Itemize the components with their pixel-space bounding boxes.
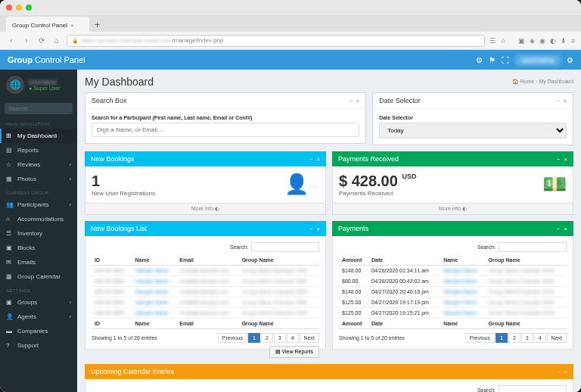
payments-amount: $ 428.00 USD: [339, 173, 567, 190]
page-prev[interactable]: Previous: [465, 333, 495, 343]
close-icon[interactable]: ×: [316, 156, 320, 163]
menu-icon[interactable]: ≡: [571, 37, 575, 45]
sidebar-item-companies[interactable]: ▬Companies: [0, 324, 77, 338]
chevron-icon: ‹: [70, 162, 71, 167]
collapse-icon[interactable]: −: [557, 98, 561, 104]
page-3[interactable]: 3: [274, 333, 286, 343]
nav-header: CURRENT GROUP: [0, 186, 77, 198]
star-icon[interactable]: ☆: [500, 37, 506, 45]
close-icon[interactable]: ×: [316, 226, 320, 232]
page-4[interactable]: 4: [534, 333, 546, 343]
table-row: 000-00-0002Sample Nameemail@example.comG…: [92, 276, 319, 287]
reload-icon[interactable]: ⟳: [36, 36, 47, 45]
gear-icon[interactable]: ⚙: [567, 56, 573, 64]
page-4[interactable]: 4: [287, 333, 299, 343]
nav-header: SETTINGS: [0, 284, 77, 295]
sidebar-item-calendar[interactable]: ▦Group Calendar: [0, 269, 77, 284]
url-bar: ‹ › ⟳ ⌂ 🔒 https://groups.example-travel.…: [0, 32, 581, 50]
table-row: $125.0004/27/2020 19:17:19 pmSample Name…: [339, 297, 567, 308]
notif-icon[interactable]: ⚙: [476, 56, 483, 64]
table-row: $148.0004/28/2020 01:34:11 amSample Name…: [339, 266, 567, 276]
collapse-icon[interactable]: −: [557, 226, 561, 232]
photo-icon: ▦: [6, 176, 14, 182]
user-menu[interactable]: username: [515, 54, 561, 66]
reader-icon[interactable]: ☰: [489, 37, 496, 45]
close-dot[interactable]: [6, 5, 12, 11]
page-next[interactable]: Next: [300, 333, 319, 343]
max-dot[interactable]: [26, 5, 32, 11]
back-icon[interactable]: ‹: [6, 36, 17, 45]
date-select[interactable]: Today: [379, 123, 567, 138]
inventory-icon: ☰: [6, 230, 14, 237]
star-icon: ☆: [6, 161, 14, 168]
user-role: ● Super User: [29, 86, 61, 91]
home-icon[interactable]: ⌂: [51, 36, 62, 45]
sidebar-item-accom[interactable]: ⌂Accommodations: [0, 212, 77, 226]
sidebar-item-support[interactable]: ?Support: [0, 338, 77, 353]
tab-title: Group Control Panel: [12, 22, 67, 29]
collapse-icon[interactable]: −: [557, 156, 561, 163]
close-icon[interactable]: ×: [356, 98, 360, 104]
page-1[interactable]: 1: [496, 333, 508, 343]
ext-icon[interactable]: ◐: [550, 37, 556, 45]
sidebar-item-blocks[interactable]: ▣Blocks: [0, 241, 77, 255]
forward-icon[interactable]: ›: [21, 36, 32, 45]
table-row: 000-00-0004Sample Nameemail@example.comG…: [92, 297, 319, 308]
sidebar-item-participants[interactable]: 👥Participants‹: [0, 198, 77, 212]
close-icon[interactable]: ×: [564, 369, 567, 375]
browser-tabs: Group Control Panel × +: [0, 15, 581, 32]
sidebar-item-photos[interactable]: ▦Photos‹: [0, 172, 77, 186]
page-2[interactable]: 2: [508, 333, 520, 343]
collapse-icon[interactable]: −: [350, 98, 353, 104]
pagination: Previous 1 2 3 4 Next: [218, 333, 319, 343]
browser-tab[interactable]: Group Control Panel ×: [6, 17, 89, 32]
more-info-link[interactable]: More info ◐: [332, 204, 573, 215]
page-next[interactable]: Next: [547, 333, 567, 343]
table-row: $125.0004/27/2020 19:15:21 pmSample Name…: [339, 308, 567, 319]
sidebar-item-agents[interactable]: 👤Agents‹: [0, 310, 77, 324]
collapse-icon[interactable]: −: [309, 156, 313, 163]
new-tab-button[interactable]: +: [91, 18, 104, 32]
ext-icon[interactable]: ⬇: [561, 37, 567, 45]
table-row: $80.0004/28/2020 00:42:02 amSample NameG…: [339, 276, 567, 287]
collapse-icon[interactable]: −: [309, 226, 313, 232]
sidebar-search[interactable]: 🔍: [5, 103, 73, 114]
expand-icon[interactable]: ⛶: [502, 56, 509, 64]
close-tab-icon[interactable]: ×: [70, 22, 74, 29]
sidebar-item-reviews[interactable]: ☆Reviews‹: [0, 157, 77, 172]
address-field[interactable]: 🔒 https://groups.example-travel.com /man…: [67, 35, 485, 47]
sidebar-item-dashboard[interactable]: ⊞My Dashboard: [0, 129, 77, 143]
table-search-input[interactable]: [499, 385, 567, 392]
ext-icon[interactable]: ◈: [530, 37, 535, 45]
panel-title: New Bookings List: [91, 225, 147, 232]
table-search-input[interactable]: [499, 242, 567, 252]
min-dot[interactable]: [16, 5, 22, 11]
bell-icon[interactable]: ⚑: [489, 56, 496, 64]
ext-icon[interactable]: ◉: [539, 37, 545, 45]
view-reports-button[interactable]: ▤ View Reports: [269, 346, 319, 358]
sidebar-item-emails[interactable]: ✉Emails: [0, 255, 77, 269]
date-label: Date Selector: [379, 115, 567, 120]
sidebar-item-inventory[interactable]: ☰Inventory: [0, 226, 77, 241]
panel-title: Search Box: [92, 97, 127, 104]
url-host: https://groups.example-travel.com: [81, 37, 172, 44]
table-search-input[interactable]: [251, 242, 319, 252]
close-icon[interactable]: ×: [564, 156, 567, 163]
table-info: Showing 1 to 5 of 20 entries: [92, 335, 157, 341]
support-icon: ?: [6, 342, 14, 349]
agent-icon: 👤: [6, 313, 14, 320]
more-info-link[interactable]: More info ◐: [85, 204, 326, 215]
close-icon[interactable]: ×: [564, 226, 567, 232]
sidebar-item-reports[interactable]: ▤Reports: [0, 143, 77, 157]
ext-icon[interactable]: ▣: [518, 37, 525, 45]
page-1[interactable]: 1: [248, 333, 260, 343]
page-3[interactable]: 3: [521, 333, 533, 343]
participant-search-input[interactable]: [92, 123, 359, 137]
main-content: My Dashboard 🏠 Home › My Dashboard Searc…: [77, 70, 581, 392]
search-input[interactable]: [8, 105, 77, 112]
sidebar-item-groups[interactable]: ▣Groups‹: [0, 295, 77, 310]
collapse-icon[interactable]: −: [557, 369, 561, 375]
page-prev[interactable]: Previous: [218, 333, 247, 343]
close-icon[interactable]: ×: [563, 98, 567, 104]
page-2[interactable]: 2: [261, 333, 273, 343]
